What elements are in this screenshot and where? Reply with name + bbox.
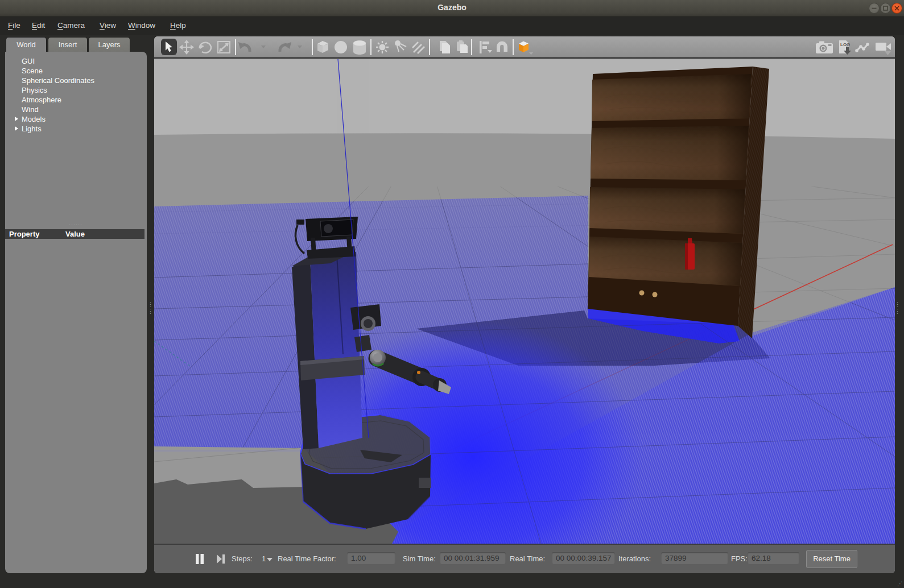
svg-text:LOG: LOG	[840, 42, 850, 47]
